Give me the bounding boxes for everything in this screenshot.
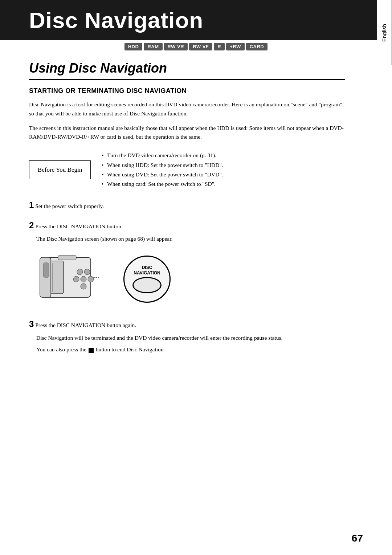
svg-rect-11 xyxy=(58,256,76,260)
step-2: 2 Press the DISC NAVIGATION button. The … xyxy=(29,219,345,244)
list-item: When using DVD: Set the power switch to … xyxy=(102,170,223,179)
step-3-text: Press the DISC NAVIGATION button again. xyxy=(35,322,136,328)
disc-nav-circle: DISC NAVIGATION xyxy=(123,256,171,303)
step-3-subtext: Disc Navigation will be terminated and t… xyxy=(36,334,345,355)
step-3-number: 3 xyxy=(29,319,34,329)
compat-hdd: HDD xyxy=(124,43,143,50)
svg-point-8 xyxy=(81,283,86,289)
compat-r: R xyxy=(214,43,225,50)
disc-nav-oval xyxy=(132,277,162,293)
english-language-tab: English xyxy=(377,0,392,65)
list-item: When using HDD: Set the power switch to … xyxy=(102,160,223,170)
before-you-begin-section: Before You Begin Turn the DVD video came… xyxy=(29,151,345,189)
step-2-text: Press the DISC NAVIGATION button. xyxy=(35,223,122,229)
step-2-subtext: The Disc Navigation screen (shown on pag… xyxy=(36,234,345,244)
compat-rwvf: RW VF xyxy=(189,43,212,50)
before-you-begin-list: Turn the DVD video camera/recorder on (p… xyxy=(102,151,223,189)
compat-rwvr: RW VR xyxy=(164,43,188,50)
compat-ram: RAM xyxy=(144,43,162,50)
device-illustration: DISC NAVIGATION xyxy=(36,250,338,308)
svg-point-4 xyxy=(84,269,90,275)
step-1-text: Set the power switch properly. xyxy=(35,203,104,209)
main-content: Using Disc Navigation STARTING OR TERMIN… xyxy=(0,53,392,375)
svg-rect-9 xyxy=(44,263,49,277)
compat-plusrw: +RW xyxy=(226,43,245,50)
intro-para-1: Disc Navigation is a tool for editing sc… xyxy=(29,100,345,118)
stop-icon xyxy=(89,348,94,353)
page-title: Disc Navigation xyxy=(29,7,203,33)
svg-point-3 xyxy=(77,269,83,275)
step-3: 3 Press the DISC NAVIGATION button again… xyxy=(29,317,345,354)
header-bar: Disc Navigation xyxy=(0,0,392,40)
disc-nav-label: DISC NAVIGATION xyxy=(134,265,160,276)
step-1: 1 Set the power switch properly. xyxy=(29,198,345,212)
before-you-begin-box: Before You Begin xyxy=(29,160,91,179)
camera-svg xyxy=(36,250,113,308)
step-1-number: 1 xyxy=(29,200,34,210)
page-number: 67 xyxy=(352,532,363,544)
compat-card: CARD xyxy=(246,43,268,50)
section-title: Using Disc Navigation xyxy=(29,61,345,80)
compat-bar: HDD RAM RW VR RW VF R +RW CARD xyxy=(0,40,392,53)
list-item: Turn the DVD video camera/recorder on (p… xyxy=(102,151,223,160)
svg-point-6 xyxy=(73,276,79,282)
svg-point-5 xyxy=(81,276,86,282)
list-item: When using card: Set the power switch to… xyxy=(102,179,223,189)
subsection-heading: STARTING OR TERMINATING DISC NAVIGATION xyxy=(29,87,345,95)
intro-para-2: The screens in this instruction manual a… xyxy=(29,124,345,142)
step-2-number: 2 xyxy=(29,220,34,230)
